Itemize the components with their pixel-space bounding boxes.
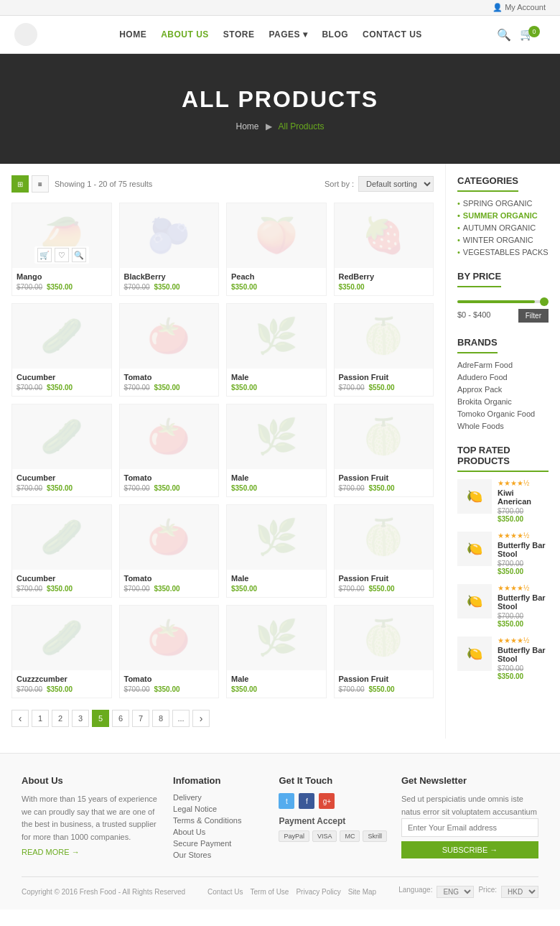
price-currency-select[interactable]: HKD bbox=[501, 886, 538, 898]
facebook-icon[interactable]: f bbox=[299, 793, 314, 809]
rated-image[interactable]: 🍋 bbox=[457, 584, 492, 619]
brand-item[interactable]: Adudero Food bbox=[457, 373, 549, 381]
product-name: Cucumber bbox=[17, 373, 107, 381]
pagination-prev[interactable]: ‹ bbox=[11, 710, 29, 727]
product-name: Male bbox=[231, 675, 322, 683]
brand-item[interactable]: Brokita Organic bbox=[457, 397, 549, 406]
page-ellipsis[interactable]: ... bbox=[172, 710, 190, 727]
list-view-button[interactable]: ≡ bbox=[32, 175, 49, 193]
sort-select[interactable]: Default sorting bbox=[358, 176, 434, 192]
price-slider-track[interactable] bbox=[457, 300, 549, 303]
product-bg-icon: 🍈 bbox=[335, 304, 434, 369]
footer-info-link[interactable]: Secure Payment bbox=[173, 839, 264, 848]
footer-bottom: Copyright © 2016 Fresh Food - All Rights… bbox=[22, 876, 538, 898]
footer-bottom-link[interactable]: Site Map bbox=[348, 888, 376, 896]
footer-info-link[interactable]: Delivery bbox=[173, 793, 264, 802]
product-image[interactable]: 🍈 bbox=[335, 606, 434, 670]
breadcrumb-home[interactable]: Home bbox=[235, 121, 258, 131]
product-image[interactable]: 🍅 bbox=[120, 404, 219, 469]
star-rating: ★★★★½ bbox=[498, 636, 549, 644]
paypal-icon: PayPal bbox=[279, 830, 309, 842]
page-6[interactable]: 6 bbox=[112, 710, 129, 727]
cart-icon[interactable]: 🛒0 bbox=[520, 27, 546, 42]
product-image[interactable]: 🫐 bbox=[120, 203, 219, 268]
footer-bottom-link[interactable]: Term of Use bbox=[251, 888, 289, 896]
product-card: 🥒 Cucumber $700.00 $350.00 bbox=[11, 504, 112, 598]
page-3[interactable]: 3 bbox=[72, 710, 89, 727]
nav-link-blog[interactable]: BLOG bbox=[322, 29, 348, 40]
pagination-next[interactable]: › bbox=[192, 710, 210, 727]
nav-link-home[interactable]: HOME bbox=[119, 29, 146, 40]
price-slider-thumb[interactable] bbox=[540, 297, 549, 306]
footer-info-link[interactable]: Legal Notice bbox=[173, 805, 264, 813]
add-to-cart-btn[interactable]: 🛒 bbox=[37, 248, 52, 262]
product-image[interactable]: 🥭 🛒 ♡ 🔍 bbox=[12, 203, 111, 268]
price-new: $350.00 bbox=[154, 585, 179, 593]
filter-button[interactable]: Filter bbox=[518, 309, 549, 323]
my-account-link[interactable]: My Account bbox=[505, 3, 546, 11]
category-item[interactable]: WINTER ORGANIC bbox=[457, 236, 549, 244]
category-item[interactable]: SPRING ORGANIC bbox=[457, 199, 549, 208]
product-image[interactable]: 🌿 bbox=[227, 404, 326, 469]
footer-info-link[interactable]: Our Stores bbox=[173, 851, 264, 859]
nav-icons: 🔍 🛒0 bbox=[497, 27, 546, 42]
nav-link-about-us[interactable]: ABOUT US bbox=[161, 29, 209, 40]
footer-info-link[interactable]: Terms & Conditions bbox=[173, 816, 264, 825]
top-rated-item: 🍋 ★★★★½ Kiwi Anerican $700.00 $350.00 bbox=[457, 479, 549, 523]
product-image[interactable]: 🌿 bbox=[227, 606, 326, 670]
wishlist-btn[interactable]: ♡ bbox=[55, 248, 69, 262]
site-logo[interactable] bbox=[14, 23, 37, 46]
google-icon[interactable]: g+ bbox=[319, 793, 335, 809]
nav-link-store[interactable]: STORE bbox=[223, 29, 255, 40]
product-image[interactable]: 🍈 bbox=[335, 304, 434, 369]
subscribe-button[interactable]: SUBSCRIBE → bbox=[401, 841, 538, 858]
footer-bottom-link[interactable]: Contact Us bbox=[207, 888, 243, 896]
brand-item[interactable]: Tomoko Organic Food bbox=[457, 409, 549, 418]
product-image[interactable]: 🍅 bbox=[120, 505, 219, 570]
rated-image[interactable]: 🍋 bbox=[457, 636, 492, 671]
product-image[interactable]: 🥒 bbox=[12, 304, 111, 369]
nav-link-contact-us[interactable]: CONTACT US bbox=[363, 29, 422, 40]
price-section: BY PRICE $0 - $400 Filter bbox=[457, 271, 549, 323]
price-new: $350.00 bbox=[47, 685, 73, 693]
product-image[interactable]: 🍓 bbox=[335, 203, 434, 268]
product-info: Tomato $700.00 $350.00 bbox=[120, 469, 219, 496]
product-image[interactable]: 🥒 bbox=[12, 404, 111, 469]
rated-price: $700.00 $350.00 bbox=[498, 665, 549, 680]
page-7[interactable]: 7 bbox=[132, 710, 149, 727]
rated-image[interactable]: 🍋 bbox=[457, 532, 492, 566]
page-8[interactable]: 8 bbox=[152, 710, 169, 727]
brand-item[interactable]: AdreFarm Food bbox=[457, 361, 549, 369]
toolbar: ⊞ ≡ Showing 1 - 20 of 75 results Sort by… bbox=[11, 175, 434, 193]
page-5[interactable]: 5 bbox=[92, 710, 109, 727]
product-image[interactable]: 🌿 bbox=[227, 304, 326, 369]
newsletter-title: Get Newsletter bbox=[401, 775, 538, 786]
rated-image[interactable]: 🍋 bbox=[457, 479, 492, 514]
read-more-link[interactable]: READ MORE → bbox=[22, 848, 80, 856]
footer-info-link[interactable]: About Us bbox=[173, 828, 264, 836]
product-image[interactable]: 🍈 bbox=[335, 505, 434, 570]
product-image[interactable]: 🥒 bbox=[12, 505, 111, 570]
footer-bottom-link[interactable]: Privacy Policy bbox=[296, 888, 340, 896]
brand-item[interactable]: Approx Pack bbox=[457, 385, 549, 394]
page-2[interactable]: 2 bbox=[52, 710, 69, 727]
star-rating: ★★★★½ bbox=[498, 584, 549, 592]
category-item[interactable]: VEGESTABLES PACKS bbox=[457, 248, 549, 256]
product-image[interactable]: 🍅 bbox=[120, 304, 219, 369]
nav-link-pages[interactable]: PAGES ▾ bbox=[269, 29, 307, 40]
product-image[interactable]: 🥒 bbox=[12, 606, 111, 670]
brand-item[interactable]: Whole Foods bbox=[457, 422, 549, 430]
page-1[interactable]: 1 bbox=[32, 710, 49, 727]
search-icon[interactable]: 🔍 bbox=[497, 28, 511, 42]
category-item[interactable]: SUMMER ORGANIC bbox=[457, 211, 549, 220]
newsletter-input[interactable] bbox=[401, 818, 538, 837]
category-item[interactable]: AUTUMN ORGANIC bbox=[457, 223, 549, 232]
quickview-btn[interactable]: 🔍 bbox=[72, 248, 86, 262]
language-select[interactable]: ENG bbox=[437, 886, 474, 898]
product-image[interactable]: 🍑 bbox=[227, 203, 326, 268]
product-image[interactable]: 🌿 bbox=[227, 505, 326, 570]
grid-view-button[interactable]: ⊞ bbox=[11, 175, 29, 193]
product-image[interactable]: 🍈 bbox=[335, 404, 434, 469]
twitter-icon[interactable]: t bbox=[279, 793, 294, 809]
product-image[interactable]: 🍅 bbox=[120, 606, 219, 670]
